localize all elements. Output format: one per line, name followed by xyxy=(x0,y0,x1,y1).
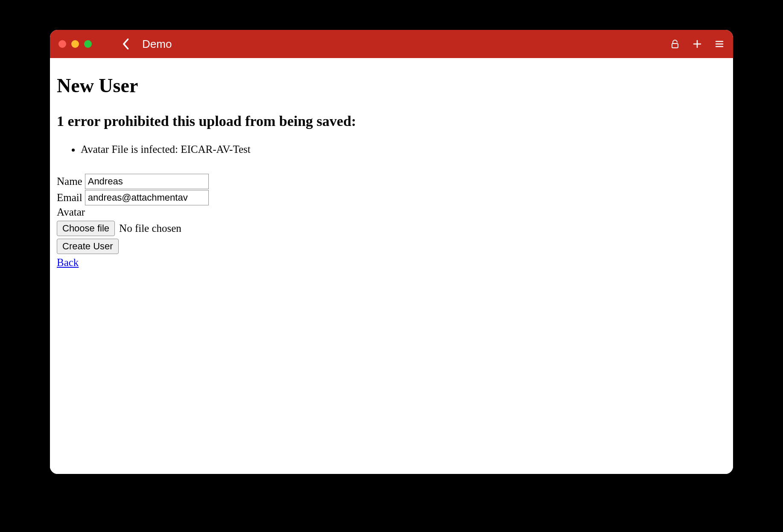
close-window-button[interactable] xyxy=(58,40,66,48)
app-window: Demo New User 1 error prohibited this up… xyxy=(50,30,733,474)
email-input[interactable] xyxy=(85,190,209,205)
avatar-label: Avatar xyxy=(57,206,726,218)
avatar-file-row: Choose file No file chosen xyxy=(57,221,726,236)
email-row: Email xyxy=(57,190,726,205)
plus-icon[interactable] xyxy=(692,39,702,49)
menu-icon[interactable] xyxy=(714,39,725,49)
zoom-window-button[interactable] xyxy=(84,40,92,48)
chevron-left-icon xyxy=(122,38,129,50)
error-heading: 1 error prohibited this upload from bein… xyxy=(57,113,726,129)
file-status: No file chosen xyxy=(119,222,181,234)
back-link[interactable]: Back xyxy=(57,257,79,269)
name-label: Name xyxy=(57,175,82,187)
titlebar: Demo xyxy=(50,30,733,58)
svg-rect-0 xyxy=(672,44,678,48)
page-content: New User 1 error prohibited this upload … xyxy=(50,58,733,474)
name-input[interactable] xyxy=(85,174,209,189)
window-controls xyxy=(58,40,92,48)
page-title: New User xyxy=(57,74,726,97)
choose-file-button[interactable]: Choose file xyxy=(57,221,115,236)
back-nav-button[interactable] xyxy=(122,38,129,50)
window-title: Demo xyxy=(142,38,172,51)
error-item: Avatar File is infected: EICAR-AV-Test xyxy=(81,141,726,158)
name-row: Name xyxy=(57,174,726,189)
create-user-button[interactable]: Create User xyxy=(57,239,119,254)
minimize-window-button[interactable] xyxy=(71,40,79,48)
submit-row: Create User xyxy=(57,239,726,254)
error-list: Avatar File is infected: EICAR-AV-Test xyxy=(57,141,726,158)
titlebar-actions xyxy=(670,39,725,49)
email-label: Email xyxy=(57,192,82,204)
lock-icon[interactable] xyxy=(670,39,680,49)
